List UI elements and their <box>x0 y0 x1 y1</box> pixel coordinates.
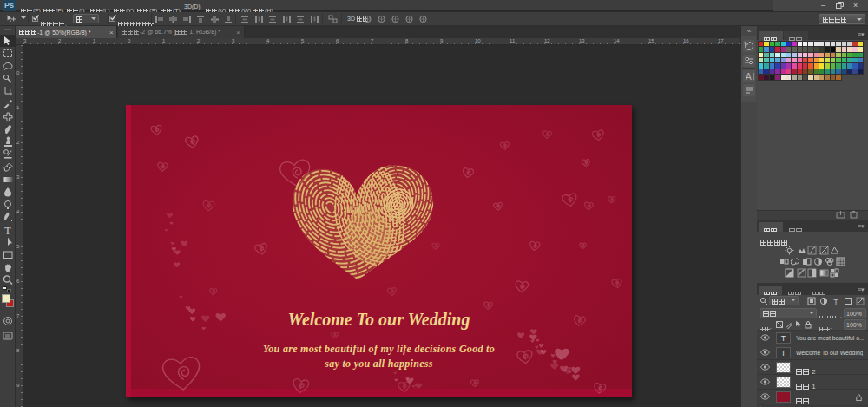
svg-text:T: T <box>833 298 838 305</box>
svg-text:T: T <box>4 225 11 237</box>
svg-text:A: A <box>746 72 752 82</box>
